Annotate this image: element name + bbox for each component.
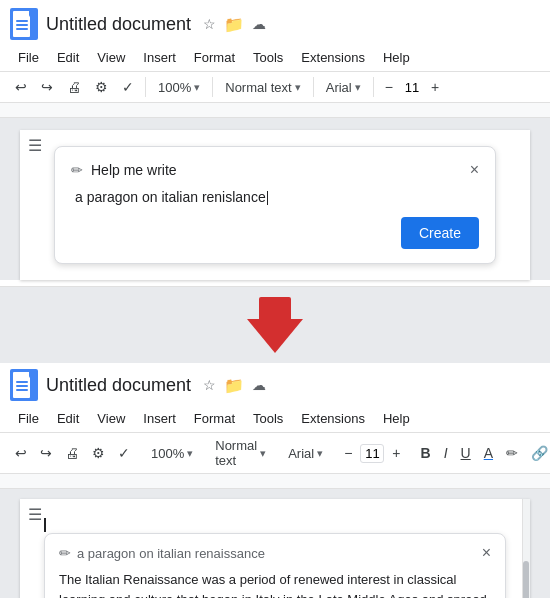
- ai-close-button-top[interactable]: ×: [470, 161, 479, 179]
- bold-button[interactable]: B: [416, 442, 436, 464]
- ai-write-box: ✏ Help me write × a paragon on italian r…: [54, 146, 496, 264]
- create-button[interactable]: Create: [401, 217, 479, 249]
- menu-help-bottom[interactable]: Help: [375, 407, 418, 430]
- arrow-section: [0, 287, 550, 363]
- folder-icon-bottom[interactable]: 📁: [224, 376, 244, 395]
- style-dropdown-top[interactable]: Normal text ▾: [219, 77, 306, 98]
- doc-icon-bottom: [10, 369, 38, 401]
- ai-result-label: a paragon on italian renaissance: [77, 546, 265, 561]
- ruler-bottom: [0, 473, 550, 489]
- zoom-value-bottom: 100%: [151, 446, 184, 461]
- menu-tools-bottom[interactable]: Tools: [245, 407, 291, 430]
- link-button[interactable]: 🔗: [526, 442, 550, 464]
- doc-wrapper-bottom: ☰ ✏ a paragon on italian renaissance × T…: [20, 499, 530, 598]
- font-label-bottom: Arial: [288, 446, 314, 461]
- menu-view-top[interactable]: View: [89, 46, 133, 69]
- menu-format-bottom[interactable]: Format: [186, 407, 243, 430]
- ai-input-value: a paragon on italian renislance: [75, 189, 266, 205]
- menu-file-bottom[interactable]: File: [10, 407, 47, 430]
- menu-insert-top[interactable]: Insert: [135, 46, 184, 69]
- ai-result-close-button[interactable]: ×: [482, 544, 491, 562]
- toolbar-bottom: ↩ ↪ 🖨 ⚙ ✓ 100% ▾ Normal text ▾ Arial ▾ −…: [0, 432, 550, 473]
- document-title-top[interactable]: Untitled document: [46, 14, 191, 35]
- font-dropdown-bottom[interactable]: Arial ▾: [282, 443, 329, 464]
- top-panel: Untitled document ☆ 📁 ☁ File Edit View I…: [0, 0, 550, 287]
- italic-button[interactable]: I: [439, 442, 453, 464]
- font-size-minus-bottom[interactable]: −: [339, 442, 357, 464]
- ruler-top: [0, 102, 550, 118]
- highlight-button[interactable]: ✏: [501, 442, 523, 464]
- menu-tools-top[interactable]: Tools: [245, 46, 291, 69]
- cloud-icon-bottom[interactable]: ☁: [252, 377, 266, 393]
- zoom-dropdown-bottom[interactable]: 100% ▾: [145, 443, 199, 464]
- doc-icon-top: [10, 8, 38, 40]
- redo-button-bottom[interactable]: ↪: [35, 442, 57, 464]
- toolbar-top: ↩ ↪ 🖨 ⚙ ✓ 100% ▾ Normal text ▾ Arial ▾ −…: [0, 71, 550, 102]
- font-label-top: Arial: [326, 80, 352, 95]
- zoom-chevron-top: ▾: [194, 81, 200, 94]
- style-chevron-top: ▾: [295, 81, 301, 94]
- menu-bar-bottom: File Edit View Insert Format Tools Exten…: [0, 405, 550, 432]
- cloud-icon-top[interactable]: ☁: [252, 16, 266, 32]
- scrollbar-thumb[interactable]: [523, 561, 529, 598]
- style-chevron-bottom: ▾: [260, 447, 266, 460]
- doc-area-top: ☰ ✏ Help me write × a paragon on italian…: [0, 118, 550, 280]
- print-button-bottom[interactable]: 🖨: [60, 442, 84, 464]
- ai-result-title-area: ✏ a paragon on italian renaissance: [59, 545, 265, 561]
- style-label-bottom: Normal text: [215, 438, 257, 468]
- menu-edit-top[interactable]: Edit: [49, 46, 87, 69]
- redo-button-top[interactable]: ↪: [36, 76, 58, 98]
- menu-insert-bottom[interactable]: Insert: [135, 407, 184, 430]
- font-size-minus-top[interactable]: −: [380, 76, 398, 98]
- list-icon-bottom: ☰: [28, 505, 42, 524]
- scrollbar[interactable]: [522, 499, 530, 598]
- ai-result-header: ✏ a paragon on italian renaissance ×: [59, 544, 491, 562]
- font-size-plus-bottom[interactable]: +: [387, 442, 405, 464]
- sep4-top: [373, 77, 374, 97]
- menu-extensions-top[interactable]: Extensions: [293, 46, 373, 69]
- print-button-top[interactable]: 🖨: [62, 76, 86, 98]
- menu-edit-bottom[interactable]: Edit: [49, 407, 87, 430]
- menu-extensions-bottom[interactable]: Extensions: [293, 407, 373, 430]
- paint-format-top[interactable]: ⚙: [90, 76, 113, 98]
- paint-format-bottom[interactable]: ⚙: [87, 442, 110, 464]
- text-color-button[interactable]: A: [479, 442, 498, 464]
- pencil-icon-result: ✏: [59, 545, 71, 561]
- arrow-shaft: [259, 297, 291, 319]
- bottom-panel: Untitled document ☆ 📁 ☁ File Edit View I…: [0, 363, 550, 598]
- menu-format-top[interactable]: Format: [186, 46, 243, 69]
- spellcheck-bottom[interactable]: ✓: [113, 442, 135, 464]
- ai-cursor: [267, 191, 268, 205]
- star-icon-bottom[interactable]: ☆: [203, 377, 216, 393]
- ai-write-header: ✏ Help me write ×: [71, 161, 479, 179]
- zoom-chevron-bottom: ▾: [187, 447, 193, 460]
- undo-button-bottom[interactable]: ↩: [10, 442, 32, 464]
- menu-file-top[interactable]: File: [10, 46, 47, 69]
- menu-view-bottom[interactable]: View: [89, 407, 133, 430]
- doc-paper-bottom: ☰ ✏ a paragon on italian renaissance × T…: [20, 499, 530, 598]
- zoom-value-top: 100%: [158, 80, 191, 95]
- underline-button[interactable]: U: [456, 442, 476, 464]
- document-title-bottom[interactable]: Untitled document: [46, 375, 191, 396]
- spellcheck-top[interactable]: ✓: [117, 76, 139, 98]
- result-para-1: The Italian Renaissance was a period of …: [59, 570, 491, 598]
- folder-icon-top[interactable]: 📁: [224, 15, 244, 34]
- font-size-bottom: 11: [360, 444, 384, 463]
- down-arrow: [247, 297, 303, 353]
- font-chevron-top: ▾: [355, 81, 361, 94]
- ai-input-text[interactable]: a paragon on italian renislance: [71, 189, 479, 205]
- list-icon-top: ☰: [28, 136, 42, 155]
- title-icons-top: ☆ 📁 ☁: [203, 15, 266, 34]
- sep2-top: [212, 77, 213, 97]
- title-bar-top: Untitled document ☆ 📁 ☁: [0, 0, 550, 44]
- undo-button-top[interactable]: ↩: [10, 76, 32, 98]
- zoom-dropdown-top[interactable]: 100% ▾: [152, 77, 206, 98]
- pencil-icon-top: ✏: [71, 162, 83, 178]
- title-bar-bottom: Untitled document ☆ 📁 ☁: [0, 363, 550, 405]
- menu-help-top[interactable]: Help: [375, 46, 418, 69]
- font-dropdown-top[interactable]: Arial ▾: [320, 77, 367, 98]
- style-dropdown-bottom[interactable]: Normal text ▾: [209, 435, 272, 471]
- star-icon-top[interactable]: ☆: [203, 16, 216, 32]
- font-size-plus-top[interactable]: +: [426, 76, 444, 98]
- ai-result-box: ✏ a paragon on italian renaissance × The…: [44, 533, 506, 598]
